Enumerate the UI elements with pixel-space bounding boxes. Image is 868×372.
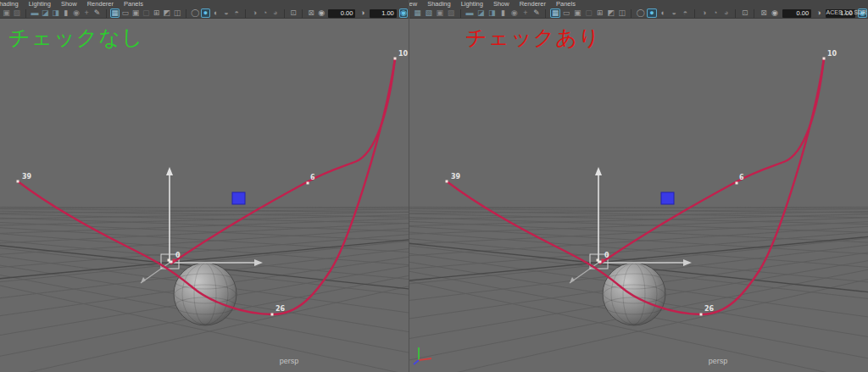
pan-zoom-icon[interactable]: + <box>520 8 530 18</box>
ao-icon[interactable]: ◔ <box>710 8 720 18</box>
camera-select-icon[interactable]: ◨ <box>487 8 497 18</box>
manipulator-y-arrowhead[interactable] <box>595 167 602 175</box>
frame-marker-dot-6[interactable] <box>736 182 738 185</box>
frame-marker-dot-39[interactable] <box>446 180 448 183</box>
smooth-shade-icon[interactable]: ● <box>647 8 656 18</box>
gamma-icon[interactable]: ◑ <box>814 8 823 18</box>
layout-pane-dot-icon[interactable]: ▣ <box>131 8 140 18</box>
exposure-icon[interactable]: ◉ <box>770 8 779 18</box>
sphere-object[interactable] <box>603 263 665 325</box>
keyframe-square[interactable] <box>232 192 245 204</box>
grease-pencil-icon[interactable]: ✎ <box>531 8 541 18</box>
sphere-object[interactable] <box>174 263 236 325</box>
menu-renderer[interactable]: Renderer <box>520 0 546 8</box>
default-material-icon[interactable]: ◐ <box>212 8 220 18</box>
layout-corner-icon[interactable]: ◩ <box>163 8 171 18</box>
color-management-icon[interactable]: ◉ <box>399 8 408 18</box>
frame-marker-dot-6[interactable] <box>307 182 309 185</box>
frame-marker-dot-26[interactable] <box>271 314 274 316</box>
camera-lock-icon[interactable]: ▬ <box>465 8 474 18</box>
snap-point-icon[interactable]: ▣ <box>3 8 11 18</box>
camera-lock-icon[interactable]: ▬ <box>31 8 39 18</box>
shadows-icon[interactable]: ◑ <box>250 8 259 18</box>
wireframe-icon[interactable]: ◯ <box>636 8 645 18</box>
grease-pencil-icon[interactable]: ✎ <box>92 8 101 18</box>
snap-curve-icon[interactable]: ▧ <box>0 8 1 18</box>
manipulator-y-arrowhead[interactable] <box>166 167 173 175</box>
menu-show[interactable]: Show <box>493 0 509 8</box>
frame-marker-dot-10[interactable] <box>394 58 397 60</box>
image-plane-icon[interactable]: ◉ <box>72 8 81 18</box>
default-material-icon[interactable]: ◐ <box>659 8 668 18</box>
frame-marker-dot-0[interactable] <box>170 261 173 264</box>
all-lights-icon[interactable]: ◓ <box>681 8 690 18</box>
layout-pane-dot-icon[interactable]: ▣ <box>573 8 582 18</box>
camera-attributes-icon[interactable]: ◪ <box>41 8 49 18</box>
keyframe-square[interactable] <box>661 192 674 204</box>
pan-zoom-icon[interactable]: + <box>82 8 91 18</box>
motion-blur-icon[interactable]: ◕ <box>271 8 280 18</box>
textured-icon[interactable]: ◒ <box>222 8 231 18</box>
manipulator-z-arrowhead[interactable] <box>141 277 146 283</box>
snap-plane-icon[interactable]: ▨ <box>446 8 455 18</box>
ao-icon[interactable]: ◔ <box>260 8 269 18</box>
camera-attributes-icon[interactable]: ◪ <box>476 8 486 18</box>
exposure-field[interactable]: 0.00 <box>782 9 812 18</box>
menu-shading[interactable]: Shading <box>427 0 451 8</box>
toolbar-separator <box>694 9 695 18</box>
manipulator-z-arrowhead[interactable] <box>570 277 575 283</box>
gamma-icon[interactable]: ◑ <box>358 8 366 18</box>
motion-blur-icon[interactable]: ◕ <box>721 8 731 18</box>
wireframe-icon[interactable]: ◯ <box>191 8 199 18</box>
menu-panels[interactable]: Panels <box>556 0 576 8</box>
menu-shading[interactable]: Shading <box>0 0 19 8</box>
frame-marker-dot-10[interactable] <box>823 58 826 60</box>
layout-dim-icon[interactable]: ▢ <box>142 8 150 18</box>
exposure-field[interactable]: 0.00 <box>328 9 355 18</box>
viewport-right[interactable]: 39061026persp チェックあり <box>409 19 868 372</box>
image-plane-icon[interactable]: ◉ <box>509 8 519 18</box>
layout-dim-icon[interactable]: ▢ <box>584 8 593 18</box>
isolate-select-icon[interactable]: ⊡ <box>740 8 749 18</box>
all-lights-icon[interactable]: ◓ <box>232 8 241 18</box>
snap-point-icon[interactable]: ▣ <box>435 8 444 18</box>
smooth-shade-icon[interactable]: ● <box>201 8 209 18</box>
layout-corner-icon[interactable]: ◩ <box>606 8 615 18</box>
textured-icon[interactable]: ◒ <box>670 8 679 18</box>
frame-label-0: 0 <box>604 252 609 259</box>
menu-renderer[interactable]: Renderer <box>87 0 114 8</box>
snap-plane-icon[interactable]: ▨ <box>13 8 21 18</box>
menu-panels[interactable]: Panels <box>124 0 143 8</box>
menu-lighting[interactable]: Lighting <box>461 0 483 8</box>
layout-t-icon[interactable]: ◫ <box>617 8 626 18</box>
layout-single-pane-icon[interactable]: ▦ <box>550 8 559 18</box>
frame-marker-dot-26[interactable] <box>700 314 703 316</box>
snap-curve-icon[interactable]: ▧ <box>424 8 433 18</box>
bookmark-icon[interactable]: ▮ <box>498 8 508 18</box>
layout-single-pane-icon[interactable]: ▦ <box>110 8 119 18</box>
layout-four-pane-icon[interactable]: ⊞ <box>152 8 160 18</box>
bookmark-icon[interactable]: ▮ <box>62 8 70 18</box>
menu-lighting[interactable]: Lighting <box>29 0 51 8</box>
camera-select-icon[interactable]: ◨ <box>51 8 59 18</box>
frame-label-0: 0 <box>175 252 181 259</box>
layout-t-icon[interactable]: ◫ <box>173 8 181 18</box>
xray-icon[interactable]: ⊠ <box>759 8 768 18</box>
xray-icon[interactable]: ⊠ <box>307 8 315 18</box>
gamma-field[interactable]: 1.00 <box>370 9 397 18</box>
scene-svg-left[interactable]: 39061026persp <box>0 19 409 372</box>
layout-two-pane-icon[interactable]: ▭ <box>562 8 571 18</box>
shadows-icon[interactable]: ◑ <box>699 8 709 18</box>
panel-menubar-left: ViewShadingLightingShowRendererPanels <box>0 0 409 8</box>
isolate-select-icon[interactable]: ⊡ <box>289 8 298 18</box>
frame-marker-dot-39[interactable] <box>17 180 19 183</box>
layout-two-pane-icon[interactable]: ▭ <box>121 8 130 18</box>
menu-view[interactable]: View <box>409 0 417 8</box>
scene-svg-right[interactable]: 39061026persp <box>409 19 868 372</box>
snap-grid-icon[interactable]: ▦ <box>413 8 422 18</box>
exposure-icon[interactable]: ◉ <box>317 8 326 18</box>
layout-four-pane-icon[interactable]: ⊞ <box>595 8 604 18</box>
frame-marker-dot-0[interactable] <box>599 261 602 264</box>
viewport-left[interactable]: 39061026persp チェックなし <box>0 19 409 372</box>
menu-show[interactable]: Show <box>61 0 77 8</box>
